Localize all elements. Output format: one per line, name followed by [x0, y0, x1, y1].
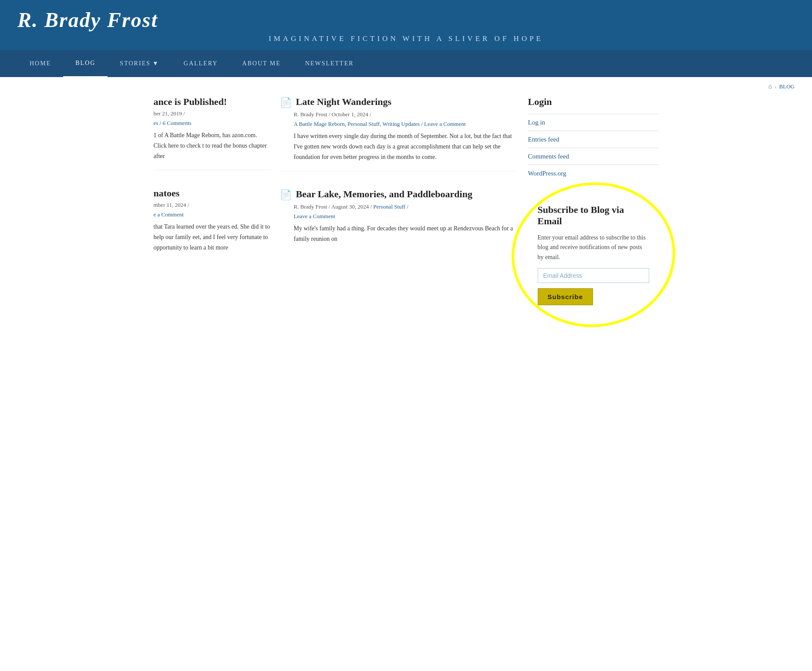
post-categories-right-2: Leave a Comment — [280, 213, 515, 220]
nav-about[interactable]: ABOUT ME — [230, 51, 293, 77]
login-widget-title: Login — [528, 96, 659, 108]
post-cat-link-2a[interactable]: e a Comment — [154, 211, 184, 218]
post-title-left-2: natoes — [154, 188, 271, 199]
post-cat-r1-c[interactable]: Writing Updates — [382, 121, 420, 127]
post-excerpt-right-2: My wife's family had a thing. For decade… — [280, 223, 515, 244]
post-meta-left-1: ber 21, 2019 / — [154, 110, 271, 117]
post-categories-right-1: A Battle Mage Reborn, Personal Stuff, Wr… — [280, 121, 515, 128]
subscribe-description: Enter your email address to subscribe to… — [538, 233, 649, 262]
post-icon-2: 📄 — [280, 189, 292, 201]
main-content: ance is Published! ber 21, 2019 / es / 6… — [145, 96, 667, 345]
sidebar: Login Log in Entries feed Comments feed … — [528, 96, 659, 328]
site-nav: HOME BLOG STORIES ▼ GALLERY ABOUT ME NEW… — [0, 50, 812, 77]
post-meta-right-1: R. Brady Frost / October 1, 2024 / — [280, 111, 515, 118]
post-cat-r1-b[interactable]: Personal Stuff — [347, 121, 380, 127]
subscribe-button[interactable]: Subscribe — [538, 288, 593, 305]
login-links: Log in Entries feed Comments feed WordPr… — [528, 114, 659, 182]
breadcrumb-home-icon[interactable]: ⌂ — [768, 83, 772, 90]
post-cat-r2-a[interactable]: Personal Stuff — [373, 203, 405, 210]
breadcrumb-separator: › — [775, 83, 776, 90]
post-cat-r1-a[interactable]: A Battle Mage Reborn — [294, 121, 345, 127]
login-link-item-3: WordPress.org — [528, 165, 659, 182]
post-cat-link-1b[interactable]: 6 Comments — [162, 120, 191, 126]
login-link-item-2: Comments feed — [528, 148, 659, 165]
site-title: R. Brady Frost — [17, 8, 795, 32]
post-excerpt-left-2: that Tara learned over the years ed. She… — [154, 222, 271, 253]
post-card-right-2: 📄 Bear Lake, Memories, and Paddleboardin… — [280, 189, 515, 253]
site-tagline: Imaginative Fiction With A Sliver Of Hop… — [17, 34, 795, 43]
post-icon-1: 📄 — [280, 97, 292, 108]
post-card-left-2: natoes mber 11, 2024 / e a Comment that … — [154, 188, 271, 261]
post-cat-link-1a[interactable]: es — [154, 120, 158, 126]
nav-newsletter[interactable]: NEWSLETTER — [293, 51, 366, 77]
post-excerpt-right-1: I have written every single day during t… — [280, 131, 515, 162]
post-cats-left-2: e a Comment — [154, 211, 271, 218]
posts-column-right: 📄 Late Night Wanderings R. Brady Frost /… — [280, 96, 515, 328]
site-header: R. Brady Frost Imaginative Fiction With … — [0, 0, 812, 50]
posts-area: ance is Published! ber 21, 2019 / es / 6… — [154, 96, 515, 328]
login-widget: Login Log in Entries feed Comments feed … — [528, 96, 659, 182]
login-link-item-1: Entries feed — [528, 131, 659, 148]
post-card-right-1: 📄 Late Night Wanderings R. Brady Frost /… — [280, 96, 515, 171]
comments-feed-link[interactable]: Comments feed — [528, 153, 569, 160]
chevron-down-icon: ▼ — [152, 60, 159, 67]
wordpress-org-link[interactable]: WordPress.org — [528, 170, 566, 177]
nav-blog[interactable]: BLOG — [63, 50, 108, 77]
posts-column-left: ance is Published! ber 21, 2019 / es / 6… — [154, 96, 271, 328]
subscribe-widget: Subscribe to Blog via Email Enter your e… — [528, 195, 659, 315]
post-meta-left-2: mber 11, 2024 / — [154, 202, 271, 209]
login-link-0[interactable]: Log in — [528, 119, 546, 126]
post-title-right-1: Late Night Wanderings — [296, 96, 392, 108]
post-title-right-2: Bear Lake, Memories, and Paddleboarding — [296, 189, 472, 200]
post-meta-right-2: R. Brady Frost / August 30, 2024 / Perso… — [280, 203, 515, 210]
post-title-left-1: ance is Published! — [154, 96, 271, 108]
nav-gallery[interactable]: GALLERY — [172, 51, 230, 77]
breadcrumb: ⌂ › BLOG — [0, 77, 812, 96]
nav-stories[interactable]: STORIES ▼ — [108, 51, 171, 77]
post-leave-comment-r1[interactable]: Leave a Comment — [424, 121, 465, 127]
post-card-left-1: ance is Published! ber 21, 2019 / es / 6… — [154, 96, 271, 170]
subscribe-widget-title: Subscribe to Blog via Email — [538, 204, 649, 227]
login-link-item-0: Log in — [528, 114, 659, 131]
post-cats-left-1: es / 6 Comments — [154, 120, 271, 127]
post-leave-comment-r2[interactable]: Leave a Comment — [294, 213, 335, 219]
email-input[interactable] — [538, 268, 649, 283]
breadcrumb-current: BLOG — [779, 83, 795, 90]
post-excerpt-left-1: 1 of A Battle Mage Reborn, has azon.com.… — [154, 130, 271, 161]
nav-home[interactable]: HOME — [17, 51, 63, 77]
entries-feed-link[interactable]: Entries feed — [528, 136, 559, 143]
